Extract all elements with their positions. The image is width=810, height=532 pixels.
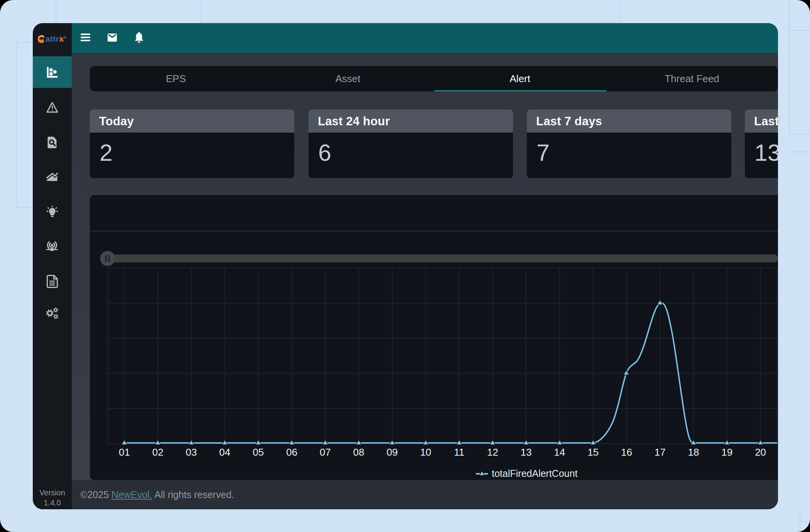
- svg-text:11: 11: [454, 446, 464, 458]
- svg-text:17: 17: [655, 446, 666, 458]
- svg-text:06: 06: [286, 446, 297, 458]
- svg-text:10: 10: [420, 446, 431, 458]
- svg-text:13: 13: [521, 446, 532, 458]
- svg-text:02: 02: [152, 446, 164, 458]
- svg-text:12: 12: [487, 446, 498, 458]
- svg-text:18: 18: [688, 446, 699, 458]
- svg-text:01: 01: [119, 446, 130, 458]
- svg-text:09: 09: [386, 446, 398, 458]
- svg-text:15: 15: [587, 446, 599, 458]
- svg-text:05: 05: [253, 446, 264, 458]
- svg-text:03: 03: [186, 446, 197, 458]
- svg-text:19: 19: [721, 446, 732, 458]
- svg-text:04: 04: [219, 446, 230, 458]
- svg-text:20: 20: [755, 446, 766, 458]
- svg-text:14: 14: [554, 446, 565, 458]
- svg-text:R: R: [64, 36, 66, 39]
- svg-text:totalFiredAlertCount: totalFiredAlertCount: [492, 468, 577, 479]
- svg-text:x: x: [59, 34, 64, 43]
- svg-text:16: 16: [621, 446, 632, 458]
- svg-text:08: 08: [353, 446, 364, 458]
- svg-text:07: 07: [320, 446, 331, 458]
